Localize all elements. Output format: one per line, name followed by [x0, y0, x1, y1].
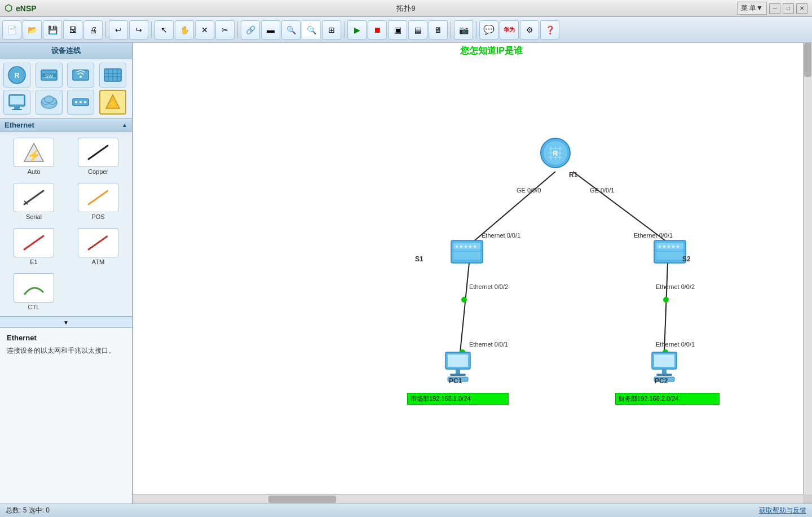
menu-button[interactable]: 菜 单▼	[737, 2, 767, 15]
open-button[interactable]: 📂	[23, 20, 42, 40]
save-button[interactable]: 💾	[43, 20, 62, 40]
cable-copper-icon	[78, 138, 118, 167]
start-button[interactable]: ▶	[347, 20, 367, 40]
devices-panel-button[interactable]: ▤	[408, 20, 427, 40]
svg-rect-15	[12, 109, 22, 110]
description-title: Ethernet	[7, 334, 125, 342]
redo-button[interactable]: ↪	[129, 20, 148, 40]
svg-point-52	[663, 246, 665, 248]
label-ge000: GE 0/0/0	[517, 187, 541, 194]
label-s2: S2	[682, 255, 691, 263]
vertical-scrollbar[interactable]	[803, 43, 812, 494]
delete-button[interactable]: ✕	[195, 20, 214, 40]
separator-2	[151, 21, 152, 38]
cable-ctl-icon	[14, 273, 54, 303]
close-button[interactable]: ✕	[796, 3, 807, 14]
label-r1: R1	[569, 171, 578, 179]
undo-button[interactable]: ↩	[109, 20, 128, 40]
cable-e1[interactable]: E1	[3, 226, 64, 268]
cable-auto[interactable]: ⚡ Auto	[3, 135, 64, 177]
device-icons-grid: R SW	[0, 59, 132, 119]
left-panel: 设备连线 R SW	[0, 43, 133, 503]
svg-point-23	[80, 101, 82, 103]
label-pc1-eth001: Ethernet 0/0/1	[469, 341, 508, 348]
horizontal-scrollbar[interactable]	[133, 494, 803, 503]
label-ge001: GE 0/0/1	[590, 187, 614, 194]
cable-serial-label: Serial	[26, 213, 42, 220]
svg-point-45	[469, 246, 471, 248]
chat-button[interactable]: 💬	[479, 20, 498, 40]
maximize-button[interactable]: □	[783, 3, 794, 14]
separator-5	[451, 21, 451, 38]
minimize-button[interactable]: ─	[769, 3, 780, 14]
settings-button[interactable]: ⚙	[520, 20, 539, 40]
label-s1-eth001: Ethernet 0/0/1	[482, 232, 520, 239]
svg-point-42	[456, 246, 458, 248]
link-s1-pc1	[460, 263, 469, 352]
saveas-button[interactable]: 🖫	[63, 20, 82, 40]
device-cloud[interactable]	[36, 90, 63, 115]
zoomin-button[interactable]: 🔍	[281, 20, 301, 40]
scroll-down-arrow[interactable]: ▼	[63, 319, 69, 326]
device-switch[interactable]: SW	[36, 63, 63, 87]
huawei-button[interactable]: 华为	[500, 20, 519, 40]
status-help[interactable]: 获取帮助与反馈	[759, 506, 806, 515]
canvas-area[interactable]: 您怎知道IP是谁 GE 0/0/0 GE 0/0/1 E	[133, 43, 812, 503]
network-diagram[interactable]: GE 0/0/0 GE 0/0/1 Ethernet 0/0/1 Etherne…	[133, 43, 803, 494]
cable-atm[interactable]: ATM	[68, 226, 129, 268]
cable-copper[interactable]: Copper	[68, 135, 129, 177]
node-s2[interactable]	[654, 240, 686, 263]
scroll-down-area: ▼	[0, 317, 132, 327]
node-s1[interactable]	[451, 240, 483, 263]
link-button[interactable]: 🔗	[241, 20, 260, 40]
device-firewall[interactable]	[99, 63, 126, 87]
titlebar-controls: 菜 单▼ ─ □ ✕	[737, 2, 807, 15]
move-button[interactable]: ✋	[175, 20, 194, 40]
svg-rect-5	[73, 70, 89, 80]
device-cable[interactable]: ⚡	[99, 90, 126, 115]
help-button[interactable]: ❓	[540, 20, 559, 40]
svg-point-44	[465, 246, 467, 248]
node-r1[interactable]: R	[541, 138, 570, 168]
vertical-scroll-thumb[interactable]	[804, 43, 811, 77]
svg-line-29	[89, 146, 108, 159]
dot-s2-bottom	[663, 297, 669, 303]
cable-serial[interactable]: Serial	[3, 181, 64, 222]
device-hub[interactable]	[67, 90, 94, 115]
stop-button[interactable]: ⏹	[368, 20, 387, 40]
device-pc[interactable]	[3, 90, 30, 115]
titlebar: ⬡ eNSP 拓扑9 菜 单▼ ─ □ ✕	[0, 0, 812, 17]
net-label-1: 市场部192.168.1.0/24	[407, 393, 509, 406]
svg-line-33	[24, 236, 43, 249]
cable-ctl[interactable]: CTL	[3, 271, 64, 313]
zoomout-button[interactable]: 🔍	[302, 20, 321, 40]
fit-button[interactable]: ⊞	[322, 20, 341, 40]
pause-button[interactable]: ▣	[388, 20, 407, 40]
horizontal-scroll-thumb[interactable]	[268, 496, 336, 503]
label-s1-eth002: Ethernet 0/0/2	[469, 283, 508, 290]
monitor-button[interactable]: 🖥	[429, 20, 448, 40]
titlebar-left: ⬡ eNSP	[5, 3, 37, 14]
svg-point-24	[84, 101, 86, 103]
net-label-2: 财务部192.168.2.0/24	[615, 393, 720, 406]
cable-pos[interactable]: POS	[68, 181, 129, 222]
device-wireless[interactable]	[67, 63, 94, 87]
svg-point-54	[672, 246, 674, 248]
rect-button[interactable]: ▬	[261, 20, 280, 40]
svg-rect-59	[450, 374, 466, 376]
separator-1	[105, 21, 106, 38]
device-router[interactable]: R	[3, 63, 30, 87]
cable-atm-icon	[78, 228, 118, 257]
scroll-up-arrow[interactable]: ▲	[122, 122, 127, 128]
svg-rect-64	[656, 374, 672, 376]
cable-list: ⚡ Auto Copper	[0, 132, 132, 317]
new-button[interactable]: 📄	[2, 20, 21, 40]
svg-rect-16	[10, 96, 24, 104]
select-button[interactable]: ↖	[155, 20, 174, 40]
cut-button[interactable]: ✂	[215, 20, 235, 40]
cable-copper-label: Copper	[88, 168, 108, 175]
print-button[interactable]: 🖨	[83, 20, 103, 40]
cable-ctl-label: CTL	[28, 304, 40, 310]
screenshot-button[interactable]: 📷	[454, 20, 473, 40]
cable-auto-icon: ⚡	[14, 138, 54, 167]
